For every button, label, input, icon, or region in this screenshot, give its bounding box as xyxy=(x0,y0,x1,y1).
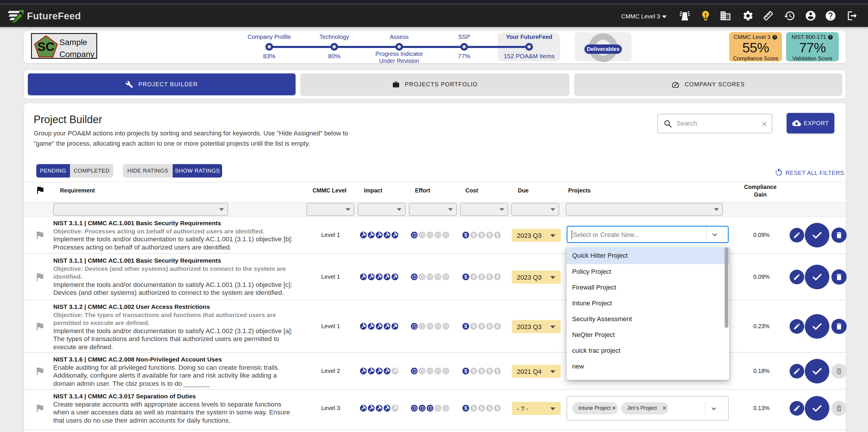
svg-text:SC: SC xyxy=(37,40,55,54)
